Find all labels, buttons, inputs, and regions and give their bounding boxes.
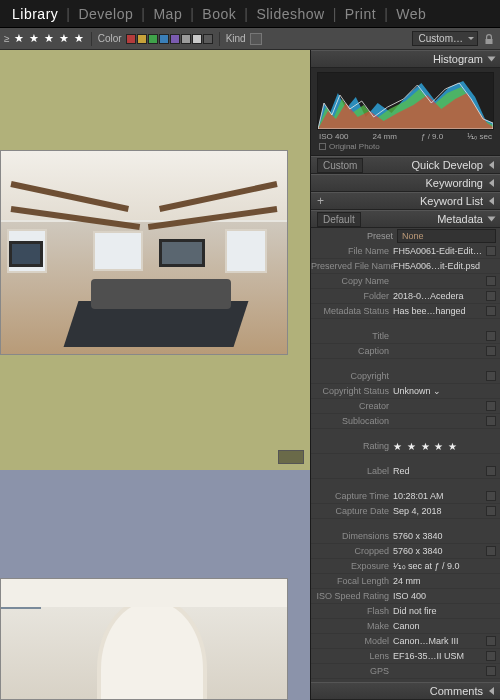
histogram[interactable]	[317, 72, 494, 130]
metadata-label: Make	[311, 621, 393, 631]
panel-header-keyword-list[interactable]: + Keyword List	[311, 192, 500, 210]
metadata-row: Sublocation	[311, 414, 500, 429]
metadata-value[interactable]: EF16-35…II USM	[393, 651, 484, 661]
metadata-label: Focal Length	[311, 576, 393, 586]
metadata-value[interactable]: ISO 400	[393, 591, 496, 601]
metadata-row: Focal Length24 mm	[311, 574, 500, 589]
metadata-value[interactable]: Sep 4, 2018	[393, 506, 484, 516]
chevron-down-icon	[488, 57, 496, 62]
metadata-row: Copyright StatusUnknown ⌄	[311, 384, 500, 399]
metadata-label: Title	[311, 331, 393, 341]
metadata-value[interactable]: Did not fire	[393, 606, 496, 616]
panel-header-metadata[interactable]: Default Metadata	[311, 210, 500, 228]
metadata-row: FlashDid not fire	[311, 604, 500, 619]
thumbnail[interactable]	[0, 150, 288, 355]
color-swatch[interactable]	[148, 34, 158, 44]
color-swatch[interactable]	[137, 34, 147, 44]
metadata-label: Label	[311, 466, 393, 476]
module-web[interactable]: Web	[392, 6, 430, 22]
metadata-row: File NameFH5A0061-Edit-Edit.psd	[311, 244, 500, 259]
metadata-label: Copyright Status	[311, 386, 393, 396]
metadata-action-icon[interactable]	[486, 291, 496, 301]
metadata-action-icon[interactable]	[486, 331, 496, 341]
histogram-original-toggle[interactable]: Original Photo	[317, 141, 494, 152]
panel-header-quick-develop[interactable]: Custom Quick Develop	[311, 156, 500, 174]
filter-preset-dropdown[interactable]: Custom…	[412, 31, 478, 46]
metadata-value[interactable]: Canon	[393, 621, 496, 631]
metadata-value[interactable]: 24 mm	[393, 576, 496, 586]
metadata-label: GPS	[311, 666, 393, 676]
grid-cell[interactable]	[0, 50, 310, 470]
metadata-action-icon[interactable]	[486, 491, 496, 501]
metadata-value[interactable]: 5760 x 3840	[393, 546, 484, 556]
color-swatch[interactable]	[126, 34, 136, 44]
color-swatch[interactable]	[181, 34, 191, 44]
metadata-label: Metadata Status	[311, 306, 393, 316]
metadata-action-icon[interactable]	[486, 306, 496, 316]
metadata-preset-dropdown[interactable]: Default	[317, 212, 361, 227]
filter-color-label: Color	[98, 33, 122, 44]
metadata-preset-select[interactable]: None	[397, 229, 496, 243]
metadata-action-icon[interactable]	[486, 666, 496, 676]
color-swatch[interactable]	[170, 34, 180, 44]
metadata-row: Capture DateSep 4, 2018	[311, 504, 500, 519]
metadata-row: Title	[311, 329, 500, 344]
grid-cell[interactable]	[0, 470, 310, 700]
metadata-rating[interactable]: ★ ★ ★ ★ ★	[393, 441, 496, 452]
module-slideshow[interactable]: Slideshow	[252, 6, 328, 22]
panel-header-keywording[interactable]: Keywording	[311, 174, 500, 192]
filter-kind-photo[interactable]	[250, 33, 262, 45]
metadata-row: Caption	[311, 344, 500, 359]
module-library[interactable]: Library	[8, 6, 62, 22]
metadata-label: Copyright	[311, 371, 393, 381]
add-keyword-icon[interactable]: +	[317, 194, 324, 208]
metadata-action-icon[interactable]	[486, 651, 496, 661]
metadata-label: Capture Date	[311, 506, 393, 516]
metadata-value[interactable]: Canon…Mark III	[393, 636, 484, 646]
metadata-action-icon[interactable]	[486, 371, 496, 381]
panel-header-comments[interactable]: Comments	[311, 682, 500, 700]
module-book[interactable]: Book	[198, 6, 240, 22]
metadata-action-icon[interactable]	[486, 636, 496, 646]
filter-lock-icon[interactable]	[482, 32, 496, 46]
module-map[interactable]: Map	[149, 6, 186, 22]
metadata-action-icon[interactable]	[486, 466, 496, 476]
metadata-action-icon[interactable]	[486, 401, 496, 411]
histogram-panel: ISO 400 24 mm ƒ / 9.0 ¹⁄₁₀ sec Original …	[311, 68, 500, 156]
thumbnail-badge[interactable]	[278, 450, 304, 464]
thumbnail[interactable]	[0, 578, 288, 700]
metadata-action-icon[interactable]	[486, 546, 496, 556]
metadata-row: GPS	[311, 664, 500, 679]
metadata-value[interactable]: Has bee…hanged	[393, 306, 484, 316]
metadata-label: Capture Time	[311, 491, 393, 501]
filter-color-swatches[interactable]	[126, 34, 213, 44]
metadata-value[interactable]: FH5A0061-Edit-Edit.psd	[393, 246, 484, 256]
metadata-action-icon[interactable]	[486, 276, 496, 286]
metadata-color-label[interactable]: Red	[393, 466, 484, 476]
module-develop[interactable]: Develop	[74, 6, 137, 22]
filter-op[interactable]: ≥	[4, 33, 10, 44]
metadata-row: LabelRed	[311, 464, 500, 479]
quick-develop-preset[interactable]: Custom	[317, 158, 363, 173]
filter-rating[interactable]: ★ ★ ★ ★ ★	[14, 32, 85, 45]
metadata-value[interactable]: ¹⁄₁₀ sec at ƒ / 9.0	[393, 561, 496, 571]
metadata-value[interactable]: 2018-0…Acedera	[393, 291, 484, 301]
grid-view[interactable]	[0, 50, 310, 700]
metadata-value[interactable]: 10:28:01 AM	[393, 491, 484, 501]
metadata-action-icon[interactable]	[486, 416, 496, 426]
module-print[interactable]: Print	[341, 6, 380, 22]
filter-kind-label: Kind	[226, 33, 246, 44]
metadata-value[interactable]: Unknown ⌄	[393, 386, 496, 396]
panel-header-histogram[interactable]: Histogram	[311, 50, 500, 68]
metadata-row: LensEF16-35…II USM	[311, 649, 500, 664]
metadata-label: Creator	[311, 401, 393, 411]
metadata-value[interactable]: 5760 x 3840	[393, 531, 496, 541]
metadata-action-icon[interactable]	[486, 246, 496, 256]
color-swatch[interactable]	[159, 34, 169, 44]
color-swatch[interactable]	[192, 34, 202, 44]
metadata-action-icon[interactable]	[486, 346, 496, 356]
metadata-action-icon[interactable]	[486, 506, 496, 516]
metadata-value[interactable]: FH5A006…it-Edit.psd	[393, 261, 496, 271]
metadata-row: Capture Time10:28:01 AM	[311, 489, 500, 504]
color-swatch[interactable]	[203, 34, 213, 44]
